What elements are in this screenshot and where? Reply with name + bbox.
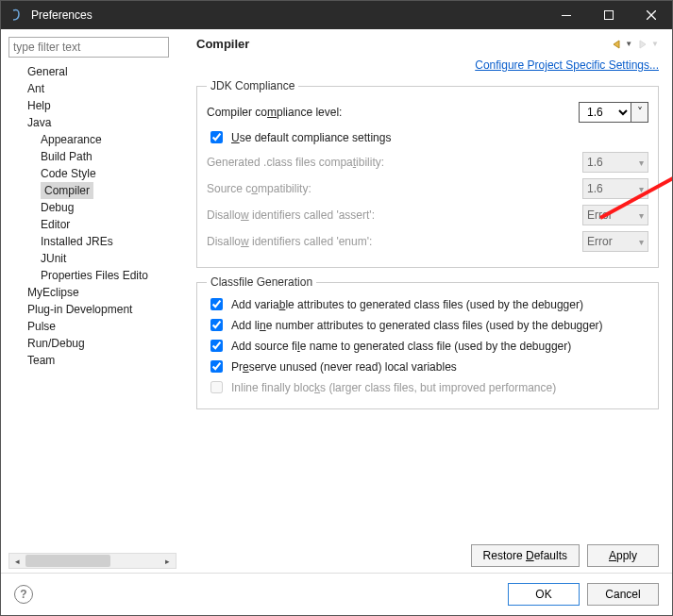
configure-project-link[interactable]: Configure Project Specific Settings...: [196, 58, 659, 72]
tree-item-java[interactable]: Java: [24, 114, 173, 131]
jdk-compliance-group: JDK Compliance Compiler compliance level…: [196, 79, 659, 268]
tree-item-general[interactable]: General: [24, 63, 173, 80]
preserve-unused-checkbox[interactable]: Preserve unused (never read) local varia…: [207, 358, 648, 375]
apply-button[interactable]: Apply: [587, 544, 659, 567]
disallow-enum-label: Disallow identifiers called 'enum':: [207, 235, 582, 248]
add-variable-attrs-checkbox[interactable]: Add variable attributes to generated cla…: [207, 295, 648, 313]
tree-item-codestyle[interactable]: Code Style: [37, 165, 173, 182]
tree-item-junit[interactable]: JUnit: [37, 250, 173, 267]
window-title: Preferences: [31, 8, 545, 22]
source-compat-select: 1.6: [582, 178, 648, 199]
preferences-tree: General Ant Help Java Appearance Build P…: [8, 63, 177, 553]
use-default-checkbox[interactable]: Use default compliance settings: [207, 128, 648, 146]
app-icon: [8, 8, 24, 23]
left-panel: General Ant Help Java Appearance Build P…: [1, 29, 185, 573]
svg-rect-0: [562, 15, 571, 16]
chevron-down-icon: ˅: [631, 102, 648, 123]
compliance-level-select[interactable]: 1.6 ˅: [579, 102, 648, 123]
restore-defaults-button[interactable]: Restore Defaults: [471, 544, 580, 567]
preferences-window: Preferences General Ant Help Java Appear…: [0, 0, 673, 616]
titlebar: Preferences: [1, 1, 672, 29]
scroll-right-icon[interactable]: ▸: [160, 554, 176, 568]
filter-input[interactable]: [8, 37, 169, 58]
tree-horizontal-scrollbar[interactable]: ◂ ▸: [8, 553, 177, 569]
tree-item-myeclipse[interactable]: MyEclipse: [24, 284, 173, 301]
tree-item-editor[interactable]: Editor: [37, 216, 173, 233]
scroll-thumb[interactable]: [25, 555, 110, 567]
disallow-enum-select: Error: [582, 231, 648, 252]
scroll-left-icon[interactable]: ◂: [9, 554, 25, 568]
disallow-assert-select: Error: [582, 205, 648, 225]
dialog-footer: ? OK Cancel: [1, 573, 672, 615]
classfile-legend: Classfile Generation: [207, 275, 316, 289]
add-source-file-checkbox[interactable]: Add source file name to generated class …: [207, 337, 648, 355]
tree-item-appearance[interactable]: Appearance: [37, 131, 173, 148]
inline-finally-checkbox: Inline finally blocks (larger class file…: [207, 378, 648, 396]
tree-item-propfiles[interactable]: Properties Files Edito: [37, 267, 173, 284]
minimize-button[interactable]: [545, 1, 587, 29]
source-compat-label: Source compatibility:: [207, 182, 582, 195]
close-button[interactable]: [630, 1, 672, 29]
classfile-generation-group: Classfile Generation Add variable attrib…: [196, 275, 659, 409]
tree-item-installedjres[interactable]: Installed JREs: [37, 233, 173, 250]
generated-class-label: Generated .class files compatibility:: [207, 156, 582, 169]
tree-item-pulse[interactable]: Pulse: [24, 318, 173, 335]
tree-item-rundebug[interactable]: Run/Debug: [24, 335, 173, 352]
generated-class-select: 1.6: [582, 152, 648, 173]
disallow-assert-label: Disallow identifiers called 'assert':: [207, 208, 582, 222]
help-icon[interactable]: ?: [14, 585, 33, 604]
tree-item-help[interactable]: Help: [24, 97, 173, 114]
tree-item-plugindev[interactable]: Plug-in Development: [24, 301, 173, 318]
tree-item-ant[interactable]: Ant: [24, 80, 173, 97]
right-panel: Compiler ▼ ▼ Configure Project Specific …: [185, 29, 672, 573]
jdk-legend: JDK Compliance: [207, 79, 298, 92]
nav-back-button[interactable]: ▼: [610, 39, 632, 50]
tree-item-team[interactable]: Team: [24, 352, 173, 369]
add-line-numbers-checkbox[interactable]: Add line number attributes to generated …: [207, 316, 648, 334]
compliance-level-label: Compiler compliance level:: [207, 106, 579, 119]
nav-history: ▼ ▼: [610, 39, 659, 50]
page-title: Compiler: [196, 37, 610, 51]
ok-button[interactable]: OK: [508, 583, 580, 606]
nav-forward-button[interactable]: ▼: [636, 39, 659, 50]
tree-item-debug[interactable]: Debug: [37, 199, 173, 216]
cancel-button[interactable]: Cancel: [587, 583, 659, 606]
tree-item-compiler[interactable]: Compiler: [37, 182, 173, 199]
maximize-button[interactable]: [587, 1, 630, 29]
svg-rect-1: [604, 11, 613, 20]
tree-item-buildpath[interactable]: Build Path: [37, 148, 173, 165]
